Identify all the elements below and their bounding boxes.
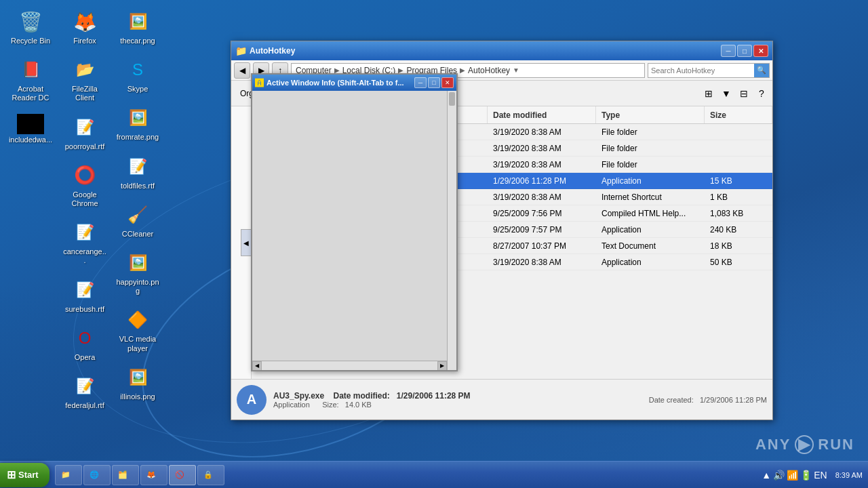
desktop-icon-thecar[interactable]: 🖼️ thecar.png	[113, 5, 163, 48]
file-size-cell: 15 KB	[705, 175, 772, 187]
dialog-scrollbar[interactable]	[447, 91, 456, 370]
maximize-button[interactable]: □	[737, 45, 752, 57]
status-info: AU3_Spy.exe Date modified: 1/29/2006 11:…	[273, 391, 642, 409]
toldfiles-icon: 📝	[124, 153, 151, 180]
opera-label: Opera	[75, 353, 96, 362]
file-type-cell: Application	[596, 256, 705, 268]
search-input[interactable]	[648, 66, 754, 75]
anyrun-play-icon: ▶	[795, 435, 814, 454]
hscroll-left[interactable]: ◀	[252, 361, 262, 371]
status-created-value: 1/29/2006 11:28 PM	[700, 396, 767, 404]
column-header-modified[interactable]: Date modified	[488, 106, 596, 123]
desktop-icon-cancerange[interactable]: 📝 cancerange...	[60, 216, 110, 268]
file-modified-cell: 3/19/2020 8:38 AM	[488, 142, 596, 155]
path-dropdown-arrow[interactable]: ▼	[513, 66, 519, 74]
dialog-minimize[interactable]: ─	[414, 77, 427, 88]
minimize-button[interactable]: ─	[721, 45, 736, 57]
close-button[interactable]: ✕	[753, 45, 768, 57]
desktop-icon-poorroyal[interactable]: 📝 poorroyal.rtf	[60, 111, 110, 154]
views-dropdown[interactable]: ▼	[718, 85, 734, 102]
tray-icon-lang[interactable]: EN	[814, 470, 827, 481]
desktop-icon-vlc[interactable]: 🔶 VLC media player	[113, 304, 163, 355]
taskbar: ⊞ Start 📁 🌐 🗂️ 🦊 🚫 🔒 ▲ 🔊 📶 🔋 EN 8:39 AM	[0, 461, 868, 488]
desktop-icon-opera[interactable]: O Opera	[60, 322, 110, 365]
desktop-icon-ccleaner[interactable]: 🧹 CCleaner	[113, 199, 163, 241]
dialog-close[interactable]: ✕	[441, 77, 454, 88]
preview-pane-button[interactable]: ⊟	[736, 85, 752, 102]
views-button[interactable]: ⊞	[701, 85, 717, 102]
taskbar-item-explore[interactable]: 🗂️	[112, 465, 139, 485]
desktop-icon-recycle-bin[interactable]: 🗑️ Recycle Bin	[5, 5, 56, 48]
help-button[interactable]: ?	[753, 85, 770, 102]
column-header-size[interactable]: Size	[705, 106, 772, 123]
opera-icon: O	[71, 325, 98, 352]
includedwa-icon	[17, 114, 44, 134]
dialog-maximize[interactable]: □	[428, 77, 440, 88]
thecar-icon: 🖼️	[124, 8, 151, 35]
file-modified-cell: 3/19/2020 8:38 AM	[488, 191, 596, 203]
cancerange-icon: 📝	[71, 219, 98, 246]
federaljul-icon: 📝	[71, 373, 98, 400]
surebush-label: surebush.rtf	[65, 305, 104, 314]
desktop-icon-happyinto[interactable]: 🖼️ happyinto.png	[113, 247, 163, 298]
tray-icon-network[interactable]: 🔊	[773, 470, 785, 481]
status-filename-text: AU3_Spy.exe	[273, 391, 324, 401]
desktop-icon-filezilla[interactable]: 📂 FileZilla Client	[60, 54, 110, 105]
nav-toggle[interactable]: ◀	[241, 229, 252, 256]
desktop-icon-federaljul[interactable]: 📝 federaljul.rtf	[60, 370, 110, 413]
desktop-icon-includedwa[interactable]: includedwa...	[5, 111, 56, 147]
file-modified-cell: 8/27/2007 10:37 PM	[488, 240, 596, 252]
file-type-cell: File folder	[596, 142, 705, 155]
desktop-icon-skype[interactable]: S Skype	[113, 54, 163, 96]
file-size-cell: 50 KB	[705, 256, 772, 268]
status-modified-label: Date modified:	[334, 391, 390, 401]
file-modified-cell: 1/29/2006 11:28 PM	[488, 175, 596, 187]
happyinto-label: happyinto.png	[115, 278, 160, 296]
start-button[interactable]: ⊞ Start	[0, 463, 50, 487]
desktop-icon-chrome[interactable]: ⭕ Google Chrome	[60, 159, 110, 211]
desktop-icon-acrobat[interactable]: 📕 Acrobat Reader DC	[5, 54, 56, 105]
file-type-cell: Compiled HTML Help...	[596, 207, 705, 220]
start-label: Start	[18, 470, 39, 480]
column-header-type[interactable]: Type	[596, 106, 705, 123]
status-file-icon: A	[237, 385, 267, 415]
dialog-controls: ─ □ ✕	[414, 77, 454, 88]
taskbar-item-shield[interactable]: 🔒	[197, 465, 224, 485]
desktop-icon-illinois[interactable]: 🖼️ illinois.png	[113, 361, 163, 404]
firefox-label: Firefox	[73, 37, 96, 45]
file-type-cell: Internet Shortcut	[596, 191, 705, 203]
taskbar-item-firefox[interactable]: 🦊	[140, 465, 167, 485]
dialog-title: Active Window Info (Shift-Alt-Tab to f..…	[267, 79, 412, 87]
tray-icon-battery[interactable]: 🔋	[800, 470, 812, 481]
search-button[interactable]: 🔍	[754, 64, 769, 77]
desktop-icon-fromrate[interactable]: 🖼️ fromrate.png	[113, 102, 163, 144]
dialog-hscrollbar[interactable]: ◀ ▶	[252, 361, 447, 370]
desktop-icon-toldfiles[interactable]: 📝 toldfiles.rtf	[113, 150, 163, 193]
tray-icons: ▲ 🔊 📶 🔋 EN	[762, 470, 827, 481]
desktop-icon-firefox[interactable]: 🦊 Firefox	[60, 5, 110, 48]
toldfiles-label: toldfiles.rtf	[121, 182, 155, 190]
file-size-cell: 1 KB	[705, 191, 772, 203]
tray-icon-sound[interactable]: 📶	[787, 470, 798, 481]
status-size-value: 14.0 KB	[345, 401, 372, 409]
path-folder[interactable]: AutoHotkey	[468, 66, 510, 75]
file-type-cell: Application	[596, 224, 705, 236]
filezilla-icon: 📂	[71, 56, 98, 83]
taskbar-item-folder[interactable]: 📁	[55, 465, 82, 485]
tray-icon-up[interactable]: ▲	[762, 470, 771, 481]
desktop-icon-surebush[interactable]: 📝 surebush.rtf	[60, 274, 110, 317]
file-size-cell	[705, 131, 772, 134]
back-button[interactable]: ◀	[234, 62, 250, 79]
taskbar-item-ie[interactable]: 🌐	[83, 465, 111, 485]
dialog-scrollbar-thumb[interactable]	[449, 92, 455, 106]
hscroll-right[interactable]: ▶	[437, 361, 447, 371]
skype-label: Skype	[127, 85, 149, 94]
explorer-titlebar: 📁 AutoHotkey ─ □ ✕	[231, 41, 772, 60]
file-modified-cell: 9/25/2009 7:56 PM	[488, 207, 596, 220]
includedwa-label: includedwa...	[9, 136, 52, 144]
taskbar-item-noscript[interactable]: 🚫	[169, 465, 196, 485]
vlc-icon: 🔶	[124, 306, 151, 333]
vlc-label: VLC media player	[115, 335, 160, 352]
clock: 8:39 AM	[835, 471, 863, 479]
file-modified-cell: 3/19/2020 8:38 AM	[488, 159, 596, 171]
